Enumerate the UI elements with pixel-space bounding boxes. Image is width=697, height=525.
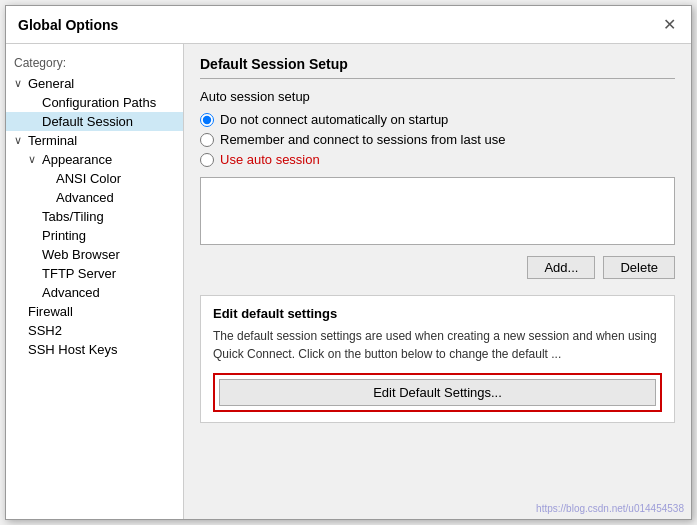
sidebar-item-firewall[interactable]: Firewall	[6, 302, 183, 321]
category-label: Category:	[6, 52, 183, 74]
chevron-icon-terminal: ∨	[14, 134, 28, 147]
sidebar-item-label-advanced: Advanced	[42, 285, 100, 300]
edit-default-settings-button[interactable]: Edit Default Settings...	[219, 379, 656, 406]
title-bar: Global Options ✕	[6, 6, 691, 44]
sidebar-item-advanced-app[interactable]: Advanced	[6, 188, 183, 207]
sidebar-item-tabs-tiling[interactable]: Tabs/Tiling	[6, 207, 183, 226]
main-panel: Default Session Setup Auto session setup…	[184, 44, 691, 519]
radio-remember[interactable]	[200, 133, 214, 147]
dialog-title: Global Options	[18, 17, 118, 33]
dialog-body: Category: ∨GeneralConfiguration PathsDef…	[6, 44, 691, 519]
radio-auto-session[interactable]	[200, 153, 214, 167]
add-btn[interactable]: Add...	[527, 256, 595, 279]
sidebar-item-label-default-session: Default Session	[42, 114, 133, 129]
sidebar-item-ansi-color[interactable]: ANSI Color	[6, 169, 183, 188]
edit-default-section: Edit default settings The default sessio…	[200, 295, 675, 423]
sidebar-item-label-terminal: Terminal	[28, 133, 77, 148]
button-row: Add...Delete	[200, 256, 675, 279]
sidebar-item-label-firewall: Firewall	[28, 304, 73, 319]
auto-session-textarea[interactable]	[200, 177, 675, 245]
sidebar-item-terminal[interactable]: ∨Terminal	[6, 131, 183, 150]
radio-group: Do not connect automatically on startupR…	[200, 112, 675, 167]
sidebar-item-label-web-browser: Web Browser	[42, 247, 120, 262]
sidebar-item-ssh2[interactable]: SSH2	[6, 321, 183, 340]
sidebar-item-label-appearance: Appearance	[42, 152, 112, 167]
tree-container: ∨GeneralConfiguration PathsDefault Sessi…	[6, 74, 183, 359]
delete-btn[interactable]: Delete	[603, 256, 675, 279]
sidebar-item-label-tftp-server: TFTP Server	[42, 266, 116, 281]
sidebar-item-general[interactable]: ∨General	[6, 74, 183, 93]
sidebar-item-tftp-server[interactable]: TFTP Server	[6, 264, 183, 283]
sidebar-item-label-advanced-app: Advanced	[56, 190, 114, 205]
sidebar-item-printing[interactable]: Printing	[6, 226, 183, 245]
radio-row-auto-session: Use auto session	[200, 152, 675, 167]
radio-row-remember: Remember and connect to sessions from la…	[200, 132, 675, 147]
sidebar-item-default-session[interactable]: Default Session	[6, 112, 183, 131]
radio-label-auto-session: Use auto session	[220, 152, 320, 167]
sidebar-item-label-ansi-color: ANSI Color	[56, 171, 121, 186]
auto-session-label: Auto session setup	[200, 89, 675, 104]
sidebar: Category: ∨GeneralConfiguration PathsDef…	[6, 44, 184, 519]
chevron-icon-appearance: ∨	[28, 153, 42, 166]
sidebar-item-advanced[interactable]: Advanced	[6, 283, 183, 302]
sidebar-item-web-browser[interactable]: Web Browser	[6, 245, 183, 264]
sidebar-item-configuration-paths[interactable]: Configuration Paths	[6, 93, 183, 112]
sidebar-item-label-configuration-paths: Configuration Paths	[42, 95, 156, 110]
chevron-icon-general: ∨	[14, 77, 28, 90]
sidebar-item-label-tabs-tiling: Tabs/Tiling	[42, 209, 104, 224]
global-options-dialog: Global Options ✕ Category: ∨GeneralConfi…	[5, 5, 692, 520]
watermark: https://blog.csdn.net/u014454538	[536, 503, 684, 514]
sidebar-item-label-general: General	[28, 76, 74, 91]
edit-default-title: Edit default settings	[213, 306, 662, 321]
radio-no-connect[interactable]	[200, 113, 214, 127]
radio-label-no-connect: Do not connect automatically on startup	[220, 112, 448, 127]
sidebar-item-label-printing: Printing	[42, 228, 86, 243]
sidebar-item-ssh-host-keys[interactable]: SSH Host Keys	[6, 340, 183, 359]
sidebar-item-appearance[interactable]: ∨Appearance	[6, 150, 183, 169]
radio-label-remember: Remember and connect to sessions from la…	[220, 132, 505, 147]
sidebar-item-label-ssh2: SSH2	[28, 323, 62, 338]
edit-default-desc: The default session settings are used wh…	[213, 327, 662, 363]
radio-row-no-connect: Do not connect automatically on startup	[200, 112, 675, 127]
sidebar-item-label-ssh-host-keys: SSH Host Keys	[28, 342, 118, 357]
section-title: Default Session Setup	[200, 56, 675, 79]
edit-default-btn-wrap: Edit Default Settings...	[213, 373, 662, 412]
close-button[interactable]: ✕	[659, 15, 679, 35]
